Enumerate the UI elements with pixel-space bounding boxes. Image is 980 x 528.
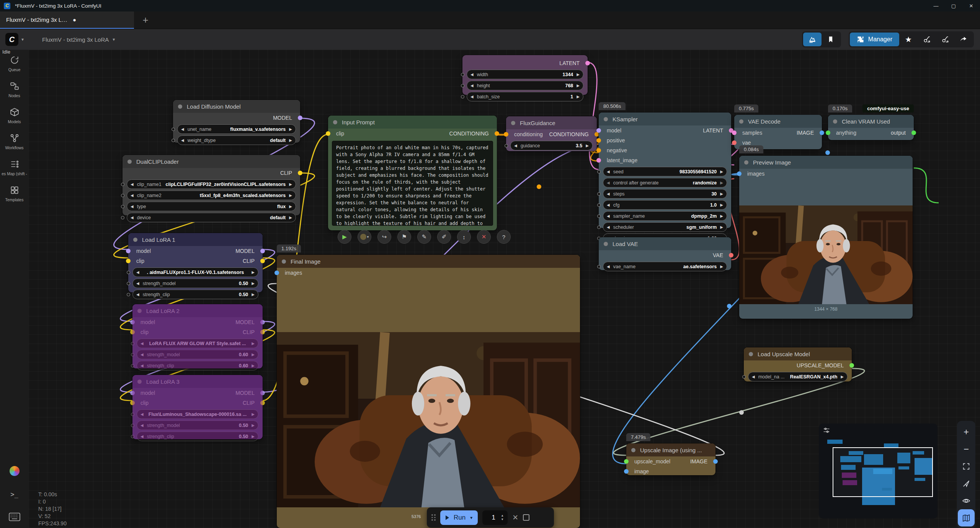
decrement-arrow-icon[interactable]: ◀ — [607, 169, 610, 174]
increment-arrow-icon[interactable]: ▶ — [577, 72, 580, 77]
input-slot-clip[interactable] — [126, 259, 131, 263]
keyboard-icon[interactable] — [9, 513, 20, 521]
node-title-bar[interactable]: FluxGuidance — [506, 116, 597, 129]
widget-model_na-[interactable]: ◀model_na ...RealESRGAN_x4.pth▶ — [748, 372, 848, 381]
decrement-arrow-icon[interactable]: ◀ — [470, 95, 474, 99]
node-title-bar[interactable]: Load Upscale Model — [744, 347, 852, 360]
decrement-arrow-icon[interactable]: ◀ — [140, 412, 144, 416]
widget-value[interactable]: ◀Flux\Luminous_Shadowscape-000016.sa ...… — [137, 409, 258, 419]
new-tab-button[interactable]: + — [134, 11, 157, 29]
collapse-dot[interactable] — [744, 160, 748, 165]
widget-vae_name[interactable]: ◀vae_nameae.safetensors▶ — [603, 262, 727, 271]
widget-input-socket[interactable] — [505, 144, 508, 147]
collapse-dot[interactable] — [511, 121, 515, 125]
input-slot-image[interactable] — [624, 469, 629, 474]
input-slot-images[interactable] — [274, 271, 279, 275]
widget-clip_name1[interactable]: ◀clip_name1clipLCLIPGFullFP32_zer0intVis… — [127, 179, 296, 189]
node-title-bar[interactable]: Load LoRA 3 — [132, 375, 263, 388]
increment-arrow-icon[interactable]: ▶ — [720, 192, 723, 196]
increment-arrow-icon[interactable]: ▶ — [252, 270, 255, 274]
widget-input-socket[interactable] — [461, 84, 464, 87]
output-slot-CLIP[interactable] — [260, 330, 265, 334]
widget-input-socket[interactable] — [172, 139, 175, 142]
decrement-arrow-icon[interactable]: ◀ — [470, 72, 474, 77]
widget-input-socket[interactable] — [121, 194, 124, 197]
theme-icon[interactable] — [10, 466, 20, 476]
increment-arrow-icon[interactable]: ▶ — [289, 138, 292, 142]
decrement-arrow-icon[interactable]: ◀ — [514, 143, 517, 148]
increment-arrow-icon[interactable]: ▶ — [252, 423, 255, 427]
node-flux-guidance[interactable]: FluxGuidanceconditioningCONDITIONING◀gui… — [506, 116, 597, 151]
increment-arrow-icon[interactable]: ▶ — [289, 193, 292, 197]
output-slot-VAE[interactable] — [729, 253, 733, 257]
collapse-dot[interactable] — [282, 259, 286, 264]
output-slot-CONDITIONING[interactable] — [495, 131, 499, 136]
node-vae-decode[interactable]: 0.775sVAE DecodesamplesIMAGEvae — [734, 115, 822, 149]
widget-input-socket[interactable] — [127, 293, 130, 296]
color-swatch-button[interactable]: ▾ — [358, 230, 371, 244]
node-ksampler[interactable]: 80.506sKSamplermodelLATENTpositivenegati… — [599, 112, 731, 228]
input-slot-model[interactable] — [126, 249, 131, 253]
close-button[interactable]: ✕ — [962, 0, 980, 11]
node-load-diffusion-model[interactable]: Load Diffusion ModelMODEL◀unet_namefluxm… — [173, 100, 300, 143]
input-slot-model[interactable] — [130, 391, 135, 395]
node-input-prompt[interactable]: Input PromptclipCONDITIONINGPortrait pho… — [328, 116, 497, 230]
increment-arrow-icon[interactable]: ▶ — [289, 127, 292, 131]
widget-input-socket[interactable] — [131, 412, 134, 416]
decrement-arrow-icon[interactable]: ◀ — [131, 204, 134, 209]
decrement-arrow-icon[interactable]: ◀ — [470, 83, 474, 88]
output-slot-LATENT[interactable] — [585, 61, 590, 65]
output-slot-MODEL[interactable] — [260, 320, 265, 324]
decrement-arrow-icon[interactable]: ◀ — [131, 182, 134, 186]
increment-arrow-icon[interactable]: ▶ — [841, 375, 844, 379]
favorites-button[interactable]: ★ — [899, 33, 918, 46]
widget-scheduler[interactable]: ◀schedulersgm_uniform▶ — [603, 222, 727, 232]
node-title-bar[interactable]: Load LoRA 2 — [132, 304, 263, 317]
node-title-bar[interactable]: Final Image — [277, 255, 580, 268]
widget-sampler_name[interactable]: ◀sampler_namedpmpp_2m▶ — [603, 211, 727, 221]
widget-guidance[interactable]: ◀guidance3.5▶ — [510, 141, 593, 150]
increment-arrow-icon[interactable]: ▶ — [252, 352, 255, 357]
widget-control-after-generate[interactable]: ◀control after generaterandomize▶ — [603, 178, 727, 187]
decrement-arrow-icon[interactable]: ◀ — [607, 214, 610, 218]
output-slot-MODEL[interactable] — [260, 249, 265, 253]
zoom-in-button[interactable]: + — [958, 423, 975, 440]
delete-button[interactable]: ✕ — [477, 230, 491, 244]
output-slot-CLIP[interactable] — [260, 259, 265, 263]
note-button[interactable]: ✎ — [417, 230, 431, 244]
comfy-menu-button[interactable]: C ▾ — [5, 33, 24, 46]
widget-width[interactable]: ◀width1344▶ — [467, 70, 583, 79]
node-title-bar[interactable]: Load VAE — [599, 237, 731, 250]
pan-mode-button[interactable] — [958, 475, 975, 492]
drag-handle-icon[interactable] — [431, 514, 436, 521]
widget-input-socket[interactable] — [597, 214, 601, 218]
node-title-bar[interactable]: Input Prompt — [328, 116, 497, 129]
node-upscale-image[interactable]: 7.479sUpscale Image (using ...upscale_mo… — [626, 443, 715, 475]
run-button[interactable]: Run ▾ — [440, 510, 478, 525]
output-slot-CLIP[interactable] — [260, 401, 265, 405]
increment-arrow-icon[interactable]: ▶ — [252, 434, 255, 438]
input-slot-images[interactable] — [737, 171, 742, 176]
share-button[interactable] — [954, 33, 973, 46]
increment-arrow-icon[interactable]: ▶ — [289, 182, 292, 186]
workflow-gallery-button[interactable] — [803, 33, 822, 46]
increment-arrow-icon[interactable]: ▶ — [289, 204, 292, 209]
increment-arrow-icon[interactable]: ▶ — [720, 264, 723, 269]
prompt-textarea[interactable]: Portrait photo of an old white man in hi… — [332, 141, 493, 226]
widget-weight_dtype[interactable]: ◀weight_dtypedefault▶ — [177, 135, 296, 145]
minimap-settings-icon[interactable] — [823, 427, 830, 434]
minimap[interactable] — [819, 424, 938, 518]
collapse-dot[interactable] — [833, 119, 837, 124]
output-slot-UPSCALE_MODEL[interactable] — [849, 363, 854, 368]
help-button[interactable]: ? — [497, 230, 511, 244]
sidebar-item-es-map-shift-[interactable]: es Map (shift - — [0, 154, 29, 180]
increment-arrow-icon[interactable]: ▶ — [252, 412, 255, 416]
widget-input-socket[interactable] — [597, 225, 601, 229]
widget-input-socket[interactable] — [461, 73, 464, 76]
minimize-button[interactable]: — — [927, 0, 945, 11]
widget-batch_size[interactable]: ◀batch_size1▶ — [467, 92, 583, 101]
increment-arrow-icon[interactable]: ▶ — [720, 225, 723, 229]
decrement-arrow-icon[interactable]: ◀ — [607, 203, 610, 207]
edit-button[interactable]: ✐ — [437, 230, 451, 244]
collapse-dot[interactable] — [604, 242, 608, 246]
